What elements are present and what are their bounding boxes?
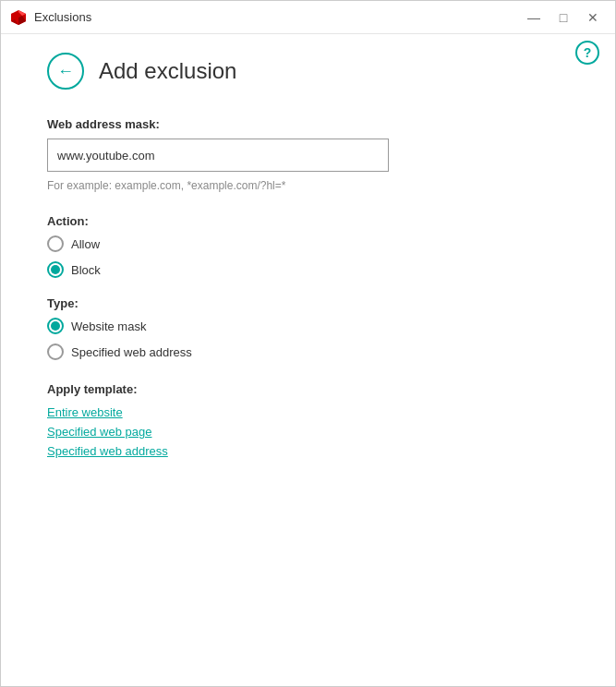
type-radio-group: Website mask Specified web address — [47, 318, 569, 360]
action-allow-label: Allow — [71, 237, 100, 251]
page-title: Add exclusion — [99, 58, 236, 84]
type-label: Type: — [47, 296, 569, 310]
kaspersky-logo — [10, 9, 27, 26]
minimize-button[interactable]: — — [521, 7, 547, 28]
action-label: Action: — [47, 214, 569, 228]
titlebar-title: Exclusions — [34, 10, 91, 24]
type-website-mask-radio[interactable] — [47, 318, 64, 334]
type-specified-web-address-option[interactable]: Specified web address — [47, 344, 569, 360]
apply-entire-website-link[interactable]: Entire website — [47, 405, 569, 419]
titlebar-controls: — □ ✕ — [521, 7, 606, 28]
titlebar-left: Exclusions — [10, 9, 91, 26]
close-button[interactable]: ✕ — [580, 7, 606, 28]
apply-specified-web-page-link[interactable]: Specified web page — [47, 425, 569, 439]
back-button[interactable]: ← — [47, 53, 84, 90]
help-button[interactable]: ? — [575, 41, 599, 65]
web-address-input[interactable] — [47, 139, 389, 172]
titlebar: Exclusions — □ ✕ — [1, 1, 615, 34]
action-block-option[interactable]: Block — [47, 261, 569, 278]
type-website-mask-option[interactable]: Website mask — [47, 318, 569, 334]
main-content: ← Add exclusion Web address mask: For ex… — [1, 34, 615, 686]
apply-template-label: Apply template: — [47, 382, 569, 396]
action-radio-group: Allow Block — [47, 235, 569, 278]
back-header: ← Add exclusion — [47, 53, 569, 90]
action-block-label: Block — [71, 263, 101, 277]
window: Exclusions — □ ✕ ? ← Add exclusion Web a… — [0, 0, 616, 687]
type-specified-web-address-radio[interactable] — [47, 344, 64, 360]
action-allow-radio[interactable] — [47, 235, 64, 252]
web-address-section: Web address mask: For example: example.c… — [47, 117, 569, 214]
action-block-radio[interactable] — [47, 261, 64, 278]
action-section: Action: Allow Block — [47, 214, 569, 278]
type-specified-web-address-label: Specified web address — [71, 345, 192, 359]
apply-specified-web-address-link[interactable]: Specified web address — [47, 444, 569, 458]
web-address-label: Web address mask: — [47, 117, 569, 131]
apply-template-section: Apply template: Entire website Specified… — [47, 382, 569, 464]
type-section: Type: Website mask Specified web address — [47, 296, 569, 360]
action-block-radio-inner — [51, 265, 60, 274]
action-allow-option[interactable]: Allow — [47, 235, 569, 252]
maximize-button[interactable]: □ — [550, 7, 576, 28]
type-website-mask-radio-inner — [51, 321, 60, 331]
example-text: For example: example.com, *example.com/?… — [47, 179, 569, 192]
type-website-mask-label: Website mask — [71, 319, 146, 333]
